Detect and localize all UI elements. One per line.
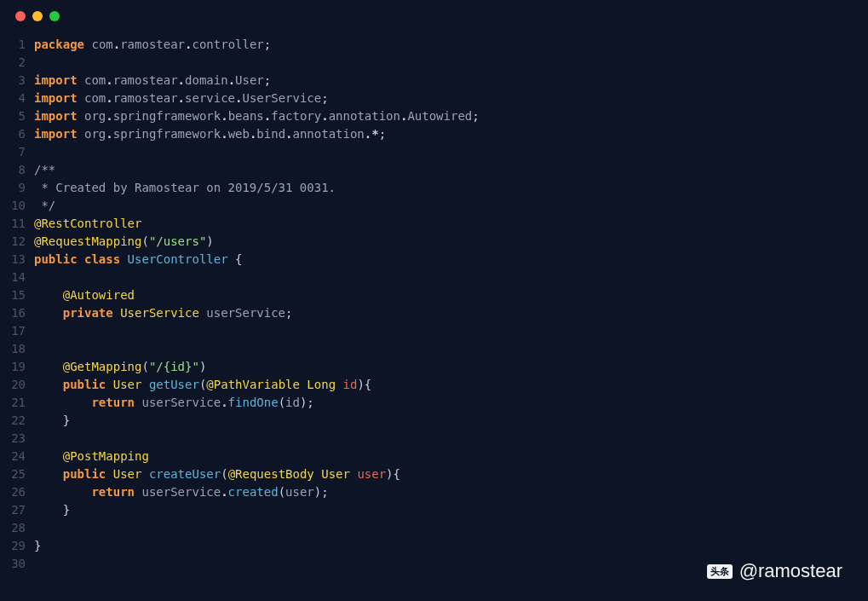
watermark-handle: @ramostear bbox=[739, 560, 842, 582]
code-line[interactable]: 8/** bbox=[0, 161, 868, 179]
code-line[interactable]: 3import com.ramostear.domain.User; bbox=[0, 72, 868, 90]
code-content[interactable]: public class UserController { bbox=[34, 251, 868, 269]
code-content[interactable]: private UserService userService; bbox=[34, 304, 868, 322]
code-line[interactable]: 21 return userService.findOne(id); bbox=[0, 394, 868, 412]
code-line[interactable]: 28 bbox=[0, 519, 868, 537]
line-number: 20 bbox=[0, 376, 34, 394]
code-content[interactable]: @GetMapping("/{id}") bbox=[34, 358, 868, 376]
close-icon[interactable] bbox=[15, 11, 26, 21]
code-content[interactable]: */ bbox=[34, 197, 868, 215]
code-content[interactable] bbox=[34, 143, 868, 161]
minimize-icon[interactable] bbox=[32, 11, 43, 21]
code-line[interactable]: 11@RestController bbox=[0, 215, 868, 233]
line-number: 29 bbox=[0, 537, 34, 555]
code-content[interactable]: @PostMapping bbox=[34, 448, 868, 465]
code-editor[interactable]: 1package com.ramostear.controller;2 3imp… bbox=[0, 32, 868, 573]
code-content[interactable]: package com.ramostear.controller; bbox=[34, 36, 868, 54]
line-number: 12 bbox=[0, 233, 34, 251]
code-line[interactable]: 23 bbox=[0, 430, 868, 448]
line-number: 19 bbox=[0, 358, 34, 376]
code-content[interactable]: import org.springframework.beans.factory… bbox=[34, 107, 868, 125]
code-content[interactable]: } bbox=[34, 412, 868, 430]
code-line[interactable]: 7 bbox=[0, 143, 868, 161]
line-number: 1 bbox=[0, 36, 34, 54]
line-number: 24 bbox=[0, 448, 34, 465]
line-number: 10 bbox=[0, 197, 34, 215]
code-content[interactable] bbox=[34, 54, 868, 72]
code-content[interactable] bbox=[34, 340, 868, 358]
code-content[interactable]: @RestController bbox=[34, 215, 868, 233]
line-number: 21 bbox=[0, 394, 34, 412]
line-number: 15 bbox=[0, 286, 34, 304]
line-number: 6 bbox=[0, 125, 34, 143]
editor-window: 1package com.ramostear.controller;2 3imp… bbox=[0, 0, 868, 601]
line-number: 28 bbox=[0, 519, 34, 537]
code-content[interactable]: return userService.findOne(id); bbox=[34, 394, 868, 412]
code-content[interactable] bbox=[34, 322, 868, 340]
window-titlebar bbox=[0, 0, 868, 32]
code-content[interactable]: @Autowired bbox=[34, 286, 868, 304]
code-line[interactable]: 15 @Autowired bbox=[0, 286, 868, 304]
code-line[interactable]: 12@RequestMapping("/users") bbox=[0, 233, 868, 251]
code-line[interactable]: 20 public User getUser(@PathVariable Lon… bbox=[0, 376, 868, 394]
code-content[interactable] bbox=[34, 430, 868, 448]
code-line[interactable]: 16 private UserService userService; bbox=[0, 304, 868, 322]
line-number: 3 bbox=[0, 72, 34, 90]
code-line[interactable]: 22 } bbox=[0, 412, 868, 430]
line-number: 18 bbox=[0, 340, 34, 358]
line-number: 13 bbox=[0, 251, 34, 269]
line-number: 7 bbox=[0, 143, 34, 161]
line-number: 14 bbox=[0, 269, 34, 286]
line-number: 11 bbox=[0, 215, 34, 233]
code-content[interactable]: public User getUser(@PathVariable Long i… bbox=[34, 376, 868, 394]
line-number: 4 bbox=[0, 90, 34, 107]
line-number: 5 bbox=[0, 107, 34, 125]
code-line[interactable]: 4import com.ramostear.service.UserServic… bbox=[0, 90, 868, 107]
code-line[interactable]: 27 } bbox=[0, 501, 868, 519]
code-line[interactable]: 18 bbox=[0, 340, 868, 358]
code-content[interactable]: /** bbox=[34, 161, 868, 179]
line-number: 2 bbox=[0, 54, 34, 72]
code-line[interactable]: 13public class UserController { bbox=[0, 251, 868, 269]
code-line[interactable]: 19 @GetMapping("/{id}") bbox=[0, 358, 868, 376]
code-content[interactable]: import org.springframework.web.bind.anno… bbox=[34, 125, 868, 143]
code-content[interactable]: } bbox=[34, 537, 868, 555]
line-number: 8 bbox=[0, 161, 34, 179]
code-line[interactable]: 17 bbox=[0, 322, 868, 340]
code-content[interactable]: * Created by Ramostear on 2019/5/31 0031… bbox=[34, 179, 868, 197]
code-line[interactable]: 29} bbox=[0, 537, 868, 555]
code-content[interactable]: return userService.created(user); bbox=[34, 483, 868, 501]
line-number: 22 bbox=[0, 412, 34, 430]
code-content[interactable]: public User createUser(@RequestBody User… bbox=[34, 465, 868, 483]
line-number: 16 bbox=[0, 304, 34, 322]
line-number: 23 bbox=[0, 430, 34, 448]
code-line[interactable]: 24 @PostMapping bbox=[0, 448, 868, 465]
watermark-badge: 头条 bbox=[707, 564, 733, 579]
line-number: 9 bbox=[0, 179, 34, 197]
code-line[interactable]: 5import org.springframework.beans.factor… bbox=[0, 107, 868, 125]
line-number: 27 bbox=[0, 501, 34, 519]
code-line[interactable]: 14 bbox=[0, 269, 868, 286]
code-line[interactable]: 25 public User createUser(@RequestBody U… bbox=[0, 465, 868, 483]
code-content[interactable]: import com.ramostear.domain.User; bbox=[34, 72, 868, 90]
code-content[interactable] bbox=[34, 519, 868, 537]
line-number: 17 bbox=[0, 322, 34, 340]
code-line[interactable]: 2 bbox=[0, 54, 868, 72]
code-content[interactable]: import com.ramostear.service.UserService… bbox=[34, 90, 868, 107]
code-line[interactable]: 1package com.ramostear.controller; bbox=[0, 36, 868, 54]
line-number: 25 bbox=[0, 465, 34, 483]
code-content[interactable] bbox=[34, 269, 868, 286]
line-number: 30 bbox=[0, 555, 34, 573]
code-content[interactable]: @RequestMapping("/users") bbox=[34, 233, 868, 251]
maximize-icon[interactable] bbox=[49, 11, 60, 21]
watermark: 头条 @ramostear bbox=[707, 560, 842, 582]
code-line[interactable]: 26 return userService.created(user); bbox=[0, 483, 868, 501]
code-line[interactable]: 6import org.springframework.web.bind.ann… bbox=[0, 125, 868, 143]
code-line[interactable]: 10 */ bbox=[0, 197, 868, 215]
line-number: 26 bbox=[0, 483, 34, 501]
code-line[interactable]: 9 * Created by Ramostear on 2019/5/31 00… bbox=[0, 179, 868, 197]
code-content[interactable]: } bbox=[34, 501, 868, 519]
